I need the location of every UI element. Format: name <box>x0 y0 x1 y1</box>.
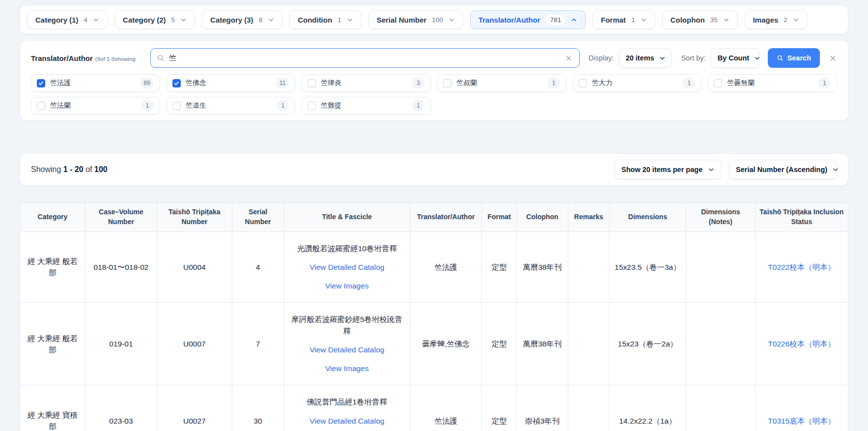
filter-chip[interactable]: Category (1) 4 <box>27 10 108 29</box>
checkbox[interactable] <box>579 79 587 87</box>
cell-inclusion-status: T0315底本（明本） <box>755 385 848 431</box>
view-detailed-catalog-link[interactable]: View Detailed Catalog <box>290 261 404 273</box>
chevron-down-icon <box>347 17 353 23</box>
facet-option-label: 竺難提 <box>321 101 407 110</box>
results-table-wrap: Category Case–Volume Number Taishō Tripi… <box>20 202 848 431</box>
facet-option[interactable]: 竺曇無蘭 1 <box>708 74 837 92</box>
facet-option-count: 11 <box>276 78 289 88</box>
chevron-down-icon <box>268 17 274 23</box>
results-controls: Show 20 items per page Serial Number (As… <box>615 160 837 179</box>
facet-search-box[interactable] <box>150 48 580 68</box>
filter-chip[interactable]: Category (3) 8 <box>202 10 282 29</box>
col-serial-number: Serial Number <box>232 203 284 231</box>
facet-option-count: 1 <box>277 100 289 111</box>
facet-option-count: 89 <box>140 78 153 88</box>
filter-chip[interactable]: Format 1 <box>592 10 655 29</box>
facet-option-count: 3 <box>412 78 424 88</box>
filter-chip[interactable]: Category (2) 5 <box>114 10 195 29</box>
page-size-select[interactable]: Show 20 items per page <box>615 160 722 179</box>
clear-search-icon[interactable] <box>564 54 573 63</box>
results-bar: Showing 1 - 20 of 100 Show 20 items per … <box>20 153 848 186</box>
facet-options-grid: 竺法護 89 竺佛念 11 竺律炎 3 竺叔蘭 1 竺大力 1 竺曇無蘭 1 <box>31 74 837 115</box>
showing-of: of <box>85 165 92 173</box>
facet-option-count: 1 <box>548 78 560 88</box>
filter-chip-count: 781 <box>546 15 566 25</box>
table-body: 經 大乘經 般若部 018-01〜018-02 U0004 4 光讚般若波羅蜜經… <box>20 231 848 431</box>
facet-option[interactable]: 竺法蘭 1 <box>31 97 160 115</box>
display-label: Display: <box>588 54 614 62</box>
filter-chip-count: 100 <box>432 16 443 24</box>
cell-serial-number: 4 <box>232 231 284 303</box>
filter-chip[interactable]: Translator/Author 781 <box>470 10 586 29</box>
col-translator-author: Translator/Author <box>410 203 481 231</box>
cell-format: 定型 <box>482 303 517 385</box>
chevron-down-icon <box>180 17 187 23</box>
filter-chip-count: 35 <box>710 16 718 24</box>
page-size-value: Show 20 items per page <box>621 166 702 173</box>
chevron-down-icon <box>723 17 729 23</box>
display-count-select[interactable]: 20 items <box>619 48 672 68</box>
filter-chip-label: Condition <box>298 16 332 24</box>
facet-option[interactable]: 竺叔蘭 1 <box>437 74 566 92</box>
view-images-link[interactable]: View Images <box>290 363 404 374</box>
facet-option[interactable]: 竺大力 1 <box>573 74 702 92</box>
facet-option-count: 1 <box>141 100 154 111</box>
facet-search-input[interactable] <box>169 54 560 62</box>
checkbox[interactable] <box>172 79 181 87</box>
facet-option[interactable]: 竺法護 89 <box>31 74 160 92</box>
chevron-down-icon <box>93 17 99 23</box>
cell-colophon: 萬曆38年刊 <box>517 303 568 385</box>
cell-translator-author: 竺法護 <box>410 231 481 303</box>
checkbox[interactable] <box>37 102 45 110</box>
cell-translator-author: 竺法護 <box>410 385 481 431</box>
facet-option[interactable]: 竺佛念 11 <box>167 74 296 92</box>
results-count-text: Showing 1 - 20 of 100 <box>31 165 108 174</box>
col-dimensions-notes: Dimensions (Notes) <box>686 203 755 231</box>
checkbox[interactable] <box>308 79 316 87</box>
facet-panel: Translator/Author (9of 1-9showing Displa… <box>20 40 848 121</box>
cell-dimensions: 15x23.5（卷一3a） <box>609 231 686 303</box>
cell-title-fascicle: 光讚般若波羅蜜經10卷坿音釋 View Detailed Catalog Vie… <box>284 231 410 303</box>
filter-chip[interactable]: Condition 1 <box>289 10 362 29</box>
filter-chip[interactable]: Images 2 <box>745 10 808 29</box>
cell-dimensions-notes <box>686 231 755 303</box>
facet-option-label: 竺佛念 <box>186 79 271 87</box>
col-case-volume: Case–Volume Number <box>85 203 157 231</box>
result-order-select[interactable]: Serial Number (Ascending) <box>729 160 837 179</box>
cell-remarks <box>568 303 610 385</box>
inclusion-status-link[interactable]: T0226校本（明本） <box>768 340 835 348</box>
checkbox[interactable] <box>714 79 722 87</box>
sort-by-value: By Count <box>718 54 749 62</box>
filter-chip[interactable]: Serial Number 100 <box>368 10 463 29</box>
chevron-down-icon <box>571 17 577 23</box>
facet-panel-close-icon[interactable] <box>829 54 837 62</box>
facet-option-label: 竺大力 <box>592 79 678 87</box>
search-icon <box>157 54 165 62</box>
sort-by-select[interactable]: By Count <box>711 48 760 68</box>
cell-taisho-number: U0027 <box>157 385 232 431</box>
inclusion-status-link[interactable]: T0222校本（明本） <box>768 263 835 271</box>
facet-option-label: 竺律炎 <box>321 79 407 87</box>
entry-title: 光讚般若波羅蜜經10卷坿音釋 <box>290 243 404 254</box>
inclusion-status-link[interactable]: T0315底本（明本） <box>768 417 835 425</box>
facet-search-button[interactable]: Search <box>768 48 820 68</box>
facet-option[interactable]: 竺律炎 3 <box>302 74 431 92</box>
facet-title: Translator/Author <box>31 54 93 62</box>
cell-remarks <box>568 385 610 431</box>
chevron-down-icon <box>793 17 799 23</box>
view-detailed-catalog-link[interactable]: View Detailed Catalog <box>290 415 404 427</box>
checkbox[interactable] <box>308 102 316 110</box>
facet-option-label: 竺曇無蘭 <box>727 79 813 87</box>
cell-category: 經 大乘經 寶積部 <box>20 385 85 431</box>
filter-chip-count: 5 <box>171 16 175 24</box>
checkbox[interactable] <box>37 79 45 87</box>
cell-case-volume: 019-01 <box>85 303 157 385</box>
checkbox[interactable] <box>443 79 451 87</box>
view-detailed-catalog-link[interactable]: View Detailed Catalog <box>290 344 404 355</box>
facet-option[interactable]: 竺道生 1 <box>167 97 296 115</box>
facet-option[interactable]: 竺難提 1 <box>302 97 431 115</box>
search-icon <box>777 55 784 61</box>
checkbox[interactable] <box>172 102 181 110</box>
filter-chip[interactable]: Colophon 35 <box>662 10 738 29</box>
view-images-link[interactable]: View Images <box>290 280 404 291</box>
